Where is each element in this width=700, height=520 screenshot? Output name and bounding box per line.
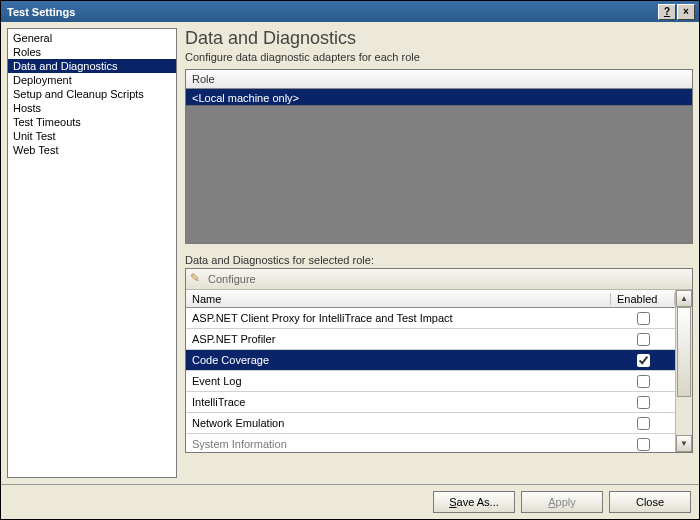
grid-cell-enabled xyxy=(611,333,675,346)
close-window-button[interactable]: × xyxy=(677,4,695,20)
grid-cell-name: Code Coverage xyxy=(186,354,611,366)
enabled-checkbox[interactable] xyxy=(637,312,650,325)
grid-row[interactable]: IntelliTrace xyxy=(186,392,675,413)
grid-row[interactable]: System Information xyxy=(186,434,675,452)
apply-button[interactable]: Apply xyxy=(521,491,603,513)
grid-cell-enabled xyxy=(611,354,675,367)
page-subtitle: Configure data diagnostic adapters for e… xyxy=(185,51,693,63)
sidebar-item-data-and-diagnostics[interactable]: Data and Diagnostics xyxy=(8,59,176,73)
scroll-track[interactable] xyxy=(676,307,692,435)
sidebar-item-unit-test[interactable]: Unit Test xyxy=(8,129,176,143)
section-list[interactable]: GeneralRolesData and DiagnosticsDeployme… xyxy=(7,28,177,478)
grid-row[interactable]: Code Coverage xyxy=(186,350,675,371)
enabled-checkbox[interactable] xyxy=(637,438,650,451)
window-buttons: ? × xyxy=(657,4,695,20)
help-button[interactable]: ? xyxy=(658,4,676,20)
sidebar-item-general[interactable]: General xyxy=(8,31,176,45)
grid-cell-enabled xyxy=(611,375,675,388)
grid-cell-name: Event Log xyxy=(186,375,611,387)
column-enabled-header[interactable]: Enabled xyxy=(611,293,675,305)
grid-header: Name Enabled xyxy=(186,290,675,308)
vertical-scrollbar[interactable]: ▲ ▼ xyxy=(675,290,692,452)
enabled-checkbox[interactable] xyxy=(637,354,650,367)
sidebar-item-hosts[interactable]: Hosts xyxy=(8,101,176,115)
grid-cell-name: ASP.NET Client Proxy for IntelliTrace an… xyxy=(186,312,611,324)
scroll-down-button[interactable]: ▼ xyxy=(676,435,692,452)
sidebar-item-deployment[interactable]: Deployment xyxy=(8,73,176,87)
scroll-thumb[interactable] xyxy=(677,307,691,397)
grid-cell-name: IntelliTrace xyxy=(186,396,611,408)
grid-row[interactable]: Event Log xyxy=(186,371,675,392)
diagnostics-toolbar: Configure xyxy=(186,269,692,290)
column-name-header[interactable]: Name xyxy=(186,293,611,305)
role-list[interactable]: Role <Local machine only> xyxy=(185,69,693,244)
grid-cell-enabled xyxy=(611,312,675,325)
grid-row[interactable]: Network Emulation xyxy=(186,413,675,434)
save-as-button[interactable]: Save As... xyxy=(433,491,515,513)
sidebar-item-roles[interactable]: Roles xyxy=(8,45,176,59)
configure-button[interactable]: Configure xyxy=(208,273,256,285)
enabled-checkbox[interactable] xyxy=(637,375,650,388)
grid-row[interactable]: ASP.NET Profiler xyxy=(186,329,675,350)
grid-cell-name: Network Emulation xyxy=(186,417,611,429)
main-pane: Data and Diagnostics Configure data diag… xyxy=(185,28,693,478)
grid-cell-enabled xyxy=(611,417,675,430)
title-bar: Test Settings ? × xyxy=(1,1,699,22)
sidebar-item-test-timeouts[interactable]: Test Timeouts xyxy=(8,115,176,129)
page-title: Data and Diagnostics xyxy=(185,28,693,49)
window-title: Test Settings xyxy=(7,6,657,18)
sidebar-item-setup-and-cleanup-scripts[interactable]: Setup and Cleanup Scripts xyxy=(8,87,176,101)
scroll-up-button[interactable]: ▲ xyxy=(676,290,692,307)
sidebar-item-web-test[interactable]: Web Test xyxy=(8,143,176,157)
grid-row[interactable]: ASP.NET Client Proxy for IntelliTrace an… xyxy=(186,308,675,329)
enabled-checkbox[interactable] xyxy=(637,417,650,430)
diagnostics-grid: Name Enabled ASP.NET Client Proxy for In… xyxy=(186,290,692,452)
enabled-checkbox[interactable] xyxy=(637,333,650,346)
dialog-footer: Save As... Apply Close xyxy=(1,484,699,519)
grid-cell-enabled xyxy=(611,396,675,409)
diagnostics-label: Data and Diagnostics for selected role: xyxy=(185,254,693,266)
configure-icon xyxy=(190,272,204,286)
grid-cell-name: ASP.NET Profiler xyxy=(186,333,611,345)
role-row-local-machine[interactable]: <Local machine only> xyxy=(186,89,692,106)
grid-cell-enabled xyxy=(611,438,675,451)
content-area: GeneralRolesData and DiagnosticsDeployme… xyxy=(1,22,699,484)
enabled-checkbox[interactable] xyxy=(637,396,650,409)
close-button[interactable]: Close xyxy=(609,491,691,513)
grid-cell-name: System Information xyxy=(186,438,611,450)
diagnostics-box: Configure Name Enabled ASP.NET Client Pr… xyxy=(185,268,693,453)
role-column-header[interactable]: Role xyxy=(186,70,692,89)
